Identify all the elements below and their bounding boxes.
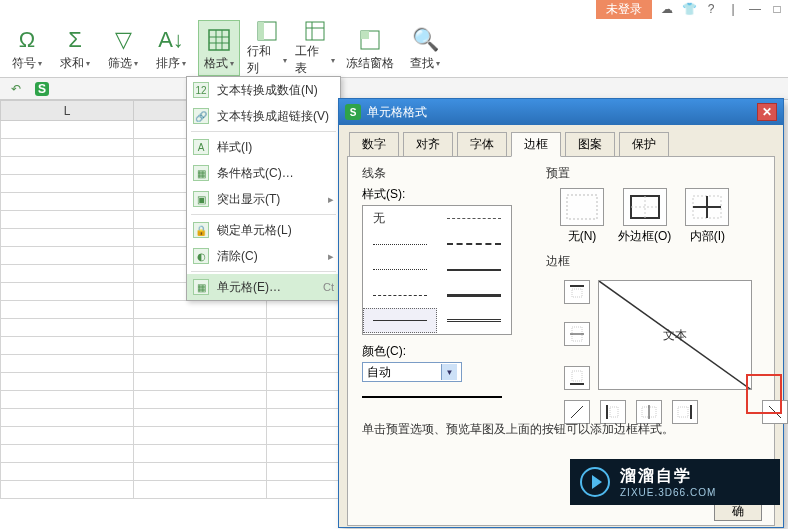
omega-icon: Ω [19,25,35,55]
watermark-name: 溜溜自学 [620,466,716,487]
ribbon-sum[interactable]: Σ 求和▾ [54,20,96,76]
line-style-dashdot2[interactable] [437,232,511,257]
line-style-solid2[interactable] [437,257,511,282]
svg-line-26 [571,406,583,418]
line-sample [362,396,502,398]
ribbon-freeze[interactable]: 冻结窗格 [342,20,398,76]
ribbon-filter[interactable]: ▽ 筛选▾ [102,20,144,76]
tab-pattern[interactable]: 图案 [565,132,615,157]
maximize-icon[interactable]: □ [770,2,784,16]
preset-none[interactable]: 无(N) [560,188,604,245]
tab-number[interactable]: 数字 [349,132,399,157]
login-button[interactable]: 未登录 [596,0,652,19]
line-style-none[interactable]: 无 [363,206,437,231]
ribbon-rowcol[interactable]: 行和列▾ [246,20,288,76]
ribbon-sort[interactable]: A↓ 排序▾ [150,20,192,76]
dialog-title: 单元格格式 [367,104,427,121]
menu-text-to-link[interactable]: 🔗 文本转换成超链接(V) [187,103,340,129]
sigma-icon: Σ [68,25,82,55]
cloud-icon[interactable]: ☁ [660,2,674,16]
app-logo-icon: S [345,104,361,120]
line-style-dot[interactable] [363,232,437,257]
svg-line-33 [769,406,781,418]
cell-icon: ▦ [193,279,209,295]
window-title-bar: 未登录 ☁ 👕 ? | — □ [0,0,788,18]
menu-lock-cell[interactable]: 🔒 锁定单元格(L) [187,217,340,243]
sheet-icon [303,19,327,43]
border-diag-down-button[interactable] [762,400,788,424]
close-button[interactable]: ✕ [757,103,777,121]
border-top-button[interactable] [564,280,590,304]
dropdown-arrow-icon: ▼ [441,364,457,380]
format-dropdown-menu: 12 文本转换成数值(N) 🔗 文本转换成超链接(V) A 样式(I) ▦ 条件… [186,76,341,301]
line-style-double[interactable] [437,308,511,333]
cond-icon: ▦ [193,165,209,181]
tab-align[interactable]: 对齐 [403,132,453,157]
dialog-title-bar[interactable]: S 单元格格式 ✕ [339,99,783,125]
menu-style[interactable]: A 样式(I) [187,134,340,160]
col-header-L[interactable]: L [1,101,134,121]
skin-icon[interactable]: 👕 [682,2,696,16]
lock-icon: 🔒 [193,222,209,238]
sort-icon: A↓ [158,25,184,55]
ribbon-toolbar: Ω 符号▾ Σ 求和▾ ▽ 筛选▾ A↓ 排序▾ 格式▾ 行和列▾ 工作表▾ 冻… [0,18,788,78]
grid-icon [207,25,231,55]
line-style-dashdot[interactable] [437,206,511,231]
freeze-icon [358,25,382,55]
dialog-tabs: 数字 对齐 字体 边框 图案 保护 [339,125,783,156]
help-icon[interactable]: ? [704,2,718,16]
style-icon: A [193,139,209,155]
highlight-icon: ▣ [193,191,209,207]
hint-text: 单击预置选项、预览草图及上面的按钮可以添加边框样式。 [362,421,674,438]
svg-rect-6 [258,22,264,40]
preset-outline[interactable]: 外边框(O) [618,188,671,245]
eraser-icon: ◐ [193,248,209,264]
svg-rect-31 [678,407,688,417]
border-hmid-button[interactable] [564,322,590,346]
ribbon-sheet[interactable]: 工作表▾ [294,20,336,76]
border-bottom-button[interactable] [564,366,590,390]
watermark: 溜溜自学 ZIXUE.3D66.COM [570,459,780,505]
preset-group-label: 预置 [546,165,776,182]
svg-rect-20 [572,289,582,297]
funnel-icon: ▽ [115,25,132,55]
line-group-label: 线条 [362,165,532,182]
tab-protect[interactable]: 保护 [619,132,669,157]
color-dropdown[interactable]: 自动 ▼ [362,362,462,382]
tab-border[interactable]: 边框 [511,132,561,157]
svg-rect-28 [610,407,618,417]
ribbon-symbol[interactable]: Ω 符号▾ [6,20,48,76]
svg-rect-11 [361,31,369,39]
play-icon [580,467,610,497]
menu-conditional-format[interactable]: ▦ 条件格式(C)… [187,160,340,186]
menu-clear[interactable]: ◐ 清除(C) ▸ [187,243,340,269]
rowcol-icon [255,19,279,43]
quick-toolbar: ↶ S [0,78,788,100]
ribbon-find[interactable]: 🔍 查找▾ [404,20,446,76]
line-style-dash[interactable] [363,283,437,308]
menu-text-to-value[interactable]: 12 文本转换成数值(N) [187,77,340,103]
color-label: 颜色(C): [362,343,532,360]
preview-text: 文本 [663,327,687,344]
menu-highlight[interactable]: ▣ 突出显示(T) ▸ [187,186,340,212]
search-icon: 🔍 [412,25,439,55]
svg-rect-7 [306,22,324,40]
menu-cell-format[interactable]: ▦ 单元格(E)… Ct [187,274,340,300]
line-style-dot2[interactable] [363,257,437,282]
back-icon[interactable]: ↶ [8,81,24,97]
app-icon[interactable]: S [34,81,50,97]
preset-inside[interactable]: 内部(I) [685,188,729,245]
tab-font[interactable]: 字体 [457,132,507,157]
border-preview[interactable]: 文本 [598,280,752,390]
line-style-solid1[interactable] [363,308,437,333]
ribbon-format[interactable]: 格式▾ [198,20,240,76]
minimize-icon[interactable]: — [748,2,762,16]
link-icon: 🔗 [193,108,209,124]
style-label: 样式(S): [362,186,532,203]
border-group-label: 边框 [546,253,780,270]
divider: | [726,2,740,16]
line-style-list[interactable]: 无 [362,205,512,335]
line-style-solid3[interactable] [437,283,511,308]
svg-rect-23 [572,371,582,381]
border-right-button[interactable] [672,400,698,424]
